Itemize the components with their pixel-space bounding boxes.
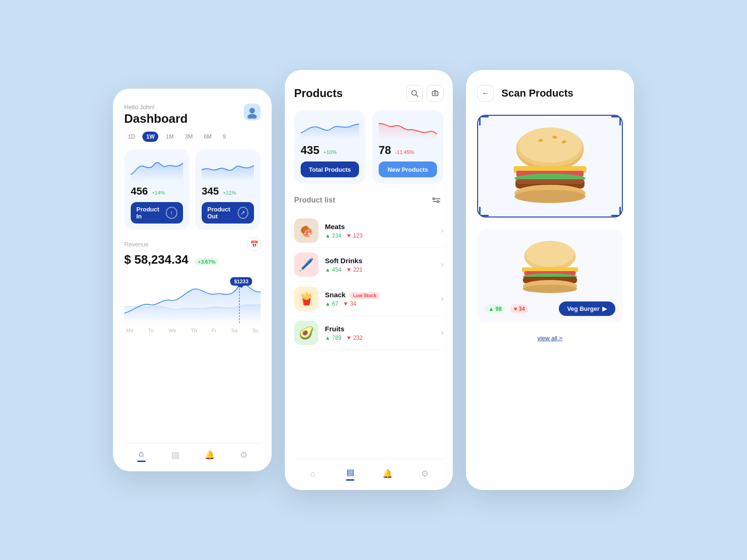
- revenue-row: $ 58,234.34 +3.67%: [124, 252, 261, 267]
- filter-icon[interactable]: [430, 193, 444, 207]
- screen-products: Products: [285, 70, 453, 490]
- result-stats: ▲ 98 ♥ 34: [485, 304, 529, 314]
- avatar[interactable]: [244, 104, 261, 120]
- product-in-icon: ↑: [166, 207, 177, 219]
- svg-line-5: [416, 95, 418, 97]
- softdrinks-down: ▼ 221: [346, 266, 362, 273]
- product-fruits[interactable]: 🥑 Fruits ▲ 789 ▼ 232 ›: [294, 316, 444, 350]
- stat-cards-row: 456 +14% Product In ↑: [124, 149, 261, 230]
- meats-up: ▲ 234: [325, 232, 341, 239]
- filter-6m[interactable]: 6M: [200, 132, 216, 142]
- total-products-bar: Total Products: [301, 161, 359, 177]
- total-products-value: 435 +10%: [301, 144, 359, 157]
- fruits-name: Fruits: [325, 325, 435, 333]
- search-icon: [411, 90, 418, 97]
- nav-bell[interactable]: 🔔: [204, 449, 215, 461]
- nav-home[interactable]: ⌂: [136, 448, 147, 462]
- svg-point-11: [437, 201, 439, 203]
- scan-title: Scan Products: [501, 87, 573, 99]
- screen-dashboard: Hello John! Dashboard 1D 1W 1M 3M 6M 9: [113, 89, 272, 471]
- nav-settings[interactable]: ⚙: [238, 449, 249, 461]
- softdrinks-info: Soft Drinks ▲ 454 ▼ 221: [325, 257, 435, 273]
- svg-point-28: [526, 241, 574, 267]
- scan-button[interactable]: [427, 85, 444, 102]
- product-stats-row: 435 +10% Total Products: [294, 110, 444, 184]
- greeting-text: Hello John!: [124, 104, 188, 111]
- snack-chevron: ›: [441, 294, 444, 303]
- products-bottom-nav: ⌂ ▤ 🔔 ⚙: [294, 459, 444, 481]
- header-text: Hello John! Dashboard: [124, 104, 188, 126]
- filter-1w[interactable]: 1W: [142, 132, 158, 142]
- product-in-chart: [131, 156, 183, 182]
- product-list-title: Product list: [294, 196, 335, 204]
- meats-stats: ▲ 234 ▼ 123: [325, 232, 435, 239]
- home-icon: ⌂: [136, 448, 147, 459]
- dashboard-header: Hello John! Dashboard: [124, 104, 261, 126]
- svg-point-1: [247, 114, 257, 119]
- nav-box[interactable]: ▤: [170, 449, 181, 461]
- softdrinks-thumb: 🖊️: [294, 252, 318, 277]
- meats-name: Meats: [325, 223, 435, 231]
- new-products-card: 78 -11.45% New Products: [372, 110, 444, 184]
- day-su: Su: [252, 328, 258, 333]
- view-all-link[interactable]: view all >: [477, 335, 623, 342]
- revenue-header: Revenue 📅: [124, 238, 261, 251]
- fruits-thumb: 🥑: [294, 321, 318, 345]
- filter-3m[interactable]: 3M: [181, 132, 197, 142]
- product-result-card: ▲ 98 ♥ 34 Veg Burger ▶: [477, 229, 623, 323]
- products-nav-settings[interactable]: ⚙: [419, 468, 430, 479]
- scan-header: ← Scan Products: [477, 85, 623, 102]
- products-nav-box[interactable]: ▤: [345, 467, 356, 481]
- result-footer: ▲ 98 ♥ 34 Veg Burger ▶: [485, 301, 615, 316]
- calendar-icon[interactable]: 📅: [247, 238, 261, 251]
- day-we: We: [169, 328, 176, 333]
- fruits-chevron: ›: [441, 329, 444, 337]
- product-in-bar: Product In ↑: [131, 202, 183, 224]
- product-snack[interactable]: 🍟 Snack Low Stock ▲ 67 ▼ 34 ›: [294, 282, 444, 316]
- fruits-stats: ▲ 789 ▼ 232: [325, 335, 435, 341]
- product-list-header: Product list: [294, 193, 444, 207]
- product-meats[interactable]: 🍖 Meats ▲ 234 ▼ 123 ›: [294, 214, 444, 248]
- avatar-icon: [246, 105, 259, 119]
- svg-point-26: [514, 190, 585, 203]
- products-title: Products: [294, 87, 343, 100]
- time-filter-bar: 1D 1W 1M 3M 6M 9: [124, 132, 261, 142]
- new-products-value: 78 -11.45%: [379, 144, 437, 157]
- fruits-info: Fruits ▲ 789 ▼ 232: [325, 325, 435, 341]
- products-nav-home[interactable]: ⌂: [307, 468, 318, 479]
- total-products-chart: [301, 117, 359, 140]
- svg-rect-24: [515, 179, 585, 184]
- meats-info: Meats ▲ 234 ▼ 123: [325, 223, 435, 239]
- product-out-card: 345 +11% Product Out ↗: [195, 149, 261, 230]
- products-header: Products: [294, 85, 444, 102]
- filter-1m[interactable]: 1M: [162, 132, 177, 142]
- product-in-card: 456 +14% Product In ↑: [124, 149, 190, 230]
- veg-burger-button[interactable]: Veg Burger ▶: [559, 301, 615, 316]
- day-fr: Fr: [211, 328, 216, 333]
- dashboard-title: Dashboard: [124, 112, 188, 126]
- product-out-value: 345 +11%: [202, 185, 254, 197]
- snack-stats: ▲ 67 ▼ 34: [325, 301, 435, 307]
- bottom-nav: ⌂ ▤ 🔔 ⚙: [124, 443, 261, 462]
- low-stock-badge: Low Stock: [349, 292, 380, 299]
- product-out-chart: [202, 156, 254, 182]
- softdrinks-chevron: ›: [441, 260, 444, 269]
- day-tu: Tu: [148, 328, 154, 333]
- box-icon: ▤: [170, 449, 181, 461]
- softdrinks-up: ▲ 454: [325, 266, 341, 273]
- day-labels: Mo Tu We Th Fr Sa Su: [124, 328, 261, 333]
- meats-chevron: ›: [441, 226, 444, 235]
- header-icons: [406, 85, 444, 102]
- day-th: Th: [191, 328, 197, 333]
- svg-point-34: [523, 285, 577, 293]
- products-home-icon: ⌂: [307, 468, 318, 479]
- camera-scan-icon: [431, 90, 439, 97]
- product-soft-drinks[interactable]: 🖊️ Soft Drinks ▲ 454 ▼ 221 ›: [294, 248, 444, 282]
- products-nav-bell[interactable]: 🔔: [382, 468, 393, 479]
- filter-9[interactable]: 9: [219, 132, 230, 142]
- back-button[interactable]: ←: [477, 85, 494, 102]
- search-button[interactable]: [406, 85, 423, 102]
- snack-name-row: Snack Low Stock: [325, 291, 435, 301]
- filter-icon-svg: [431, 195, 442, 205]
- filter-1d[interactable]: 1D: [124, 132, 139, 142]
